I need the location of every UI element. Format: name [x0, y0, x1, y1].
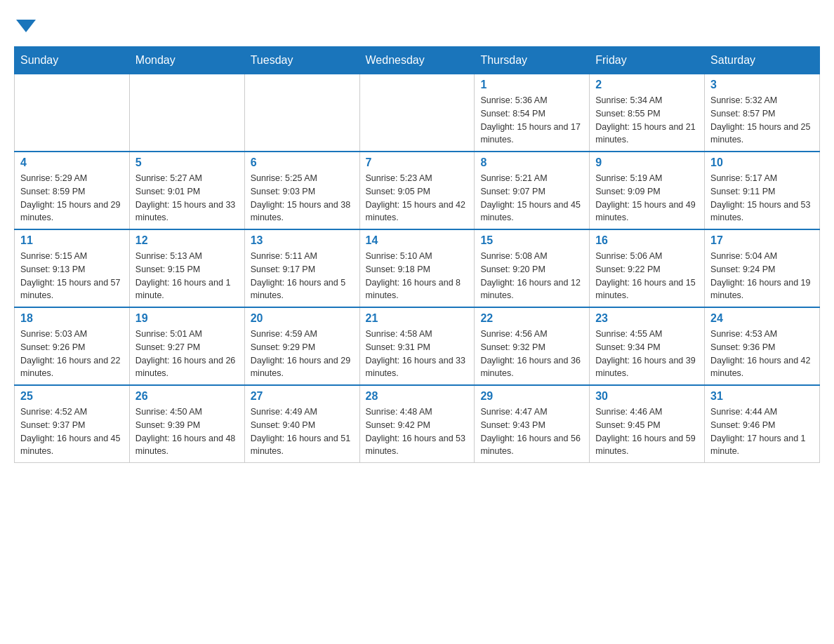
day-info: Sunrise: 5:34 AM Sunset: 8:55 PM Dayligh… [595, 94, 699, 147]
day-info: Sunrise: 5:03 AM Sunset: 9:26 PM Dayligh… [20, 328, 124, 380]
calendar-cell: 14Sunrise: 5:10 AM Sunset: 9:18 PM Dayli… [359, 229, 475, 307]
day-info: Sunrise: 5:06 AM Sunset: 9:22 PM Dayligh… [595, 250, 699, 302]
day-info: Sunrise: 4:53 AM Sunset: 9:36 PM Dayligh… [710, 328, 814, 380]
day-info: Sunrise: 5:25 AM Sunset: 9:03 PM Dayligh… [251, 172, 354, 224]
day-info: Sunrise: 4:55 AM Sunset: 9:34 PM Dayligh… [595, 328, 699, 380]
day-info: Sunrise: 5:36 AM Sunset: 8:54 PM Dayligh… [480, 94, 583, 147]
week-row: 18Sunrise: 5:03 AM Sunset: 9:26 PM Dayli… [15, 307, 820, 385]
day-info: Sunrise: 5:13 AM Sunset: 9:15 PM Dayligh… [135, 250, 239, 302]
day-info: Sunrise: 5:32 AM Sunset: 8:57 PM Dayligh… [710, 94, 814, 147]
calendar-cell: 13Sunrise: 5:11 AM Sunset: 9:17 PM Dayli… [244, 229, 359, 307]
day-info: Sunrise: 5:11 AM Sunset: 9:17 PM Dayligh… [251, 250, 354, 302]
day-info: Sunrise: 5:17 AM Sunset: 9:11 PM Dayligh… [710, 172, 814, 224]
day-info: Sunrise: 5:10 AM Sunset: 9:18 PM Dayligh… [366, 250, 469, 302]
calendar-cell: 6Sunrise: 5:25 AM Sunset: 9:03 PM Daylig… [244, 152, 359, 229]
day-number: 17 [710, 234, 814, 247]
day-number: 21 [366, 312, 469, 325]
day-of-week-header: Monday [129, 47, 244, 74]
calendar-cell [244, 74, 359, 152]
day-info: Sunrise: 4:59 AM Sunset: 9:29 PM Dayligh… [251, 328, 354, 380]
day-number: 26 [135, 390, 239, 403]
day-info: Sunrise: 4:52 AM Sunset: 9:37 PM Dayligh… [20, 405, 124, 458]
day-info: Sunrise: 5:15 AM Sunset: 9:13 PM Dayligh… [20, 250, 124, 302]
day-number: 12 [135, 234, 239, 247]
day-number: 16 [595, 234, 699, 247]
day-number: 15 [480, 234, 583, 247]
day-info: Sunrise: 4:48 AM Sunset: 9:42 PM Dayligh… [366, 405, 469, 458]
calendar-cell: 24Sunrise: 4:53 AM Sunset: 9:36 PM Dayli… [705, 307, 820, 385]
calendar-cell: 19Sunrise: 5:01 AM Sunset: 9:27 PM Dayli… [129, 307, 244, 385]
day-info: Sunrise: 4:50 AM Sunset: 9:39 PM Dayligh… [135, 405, 239, 458]
calendar-cell: 10Sunrise: 5:17 AM Sunset: 9:11 PM Dayli… [705, 152, 820, 229]
day-number: 20 [251, 312, 354, 325]
week-row: 1Sunrise: 5:36 AM Sunset: 8:54 PM Daylig… [15, 74, 820, 152]
calendar-cell: 30Sunrise: 4:46 AM Sunset: 9:45 PM Dayli… [590, 385, 705, 463]
day-number: 14 [366, 234, 469, 247]
week-row: 11Sunrise: 5:15 AM Sunset: 9:13 PM Dayli… [15, 229, 820, 307]
day-info: Sunrise: 4:47 AM Sunset: 9:43 PM Dayligh… [480, 405, 583, 458]
calendar-cell: 9Sunrise: 5:19 AM Sunset: 9:09 PM Daylig… [590, 152, 705, 229]
calendar-cell: 8Sunrise: 5:21 AM Sunset: 9:07 PM Daylig… [475, 152, 590, 229]
day-info: Sunrise: 5:27 AM Sunset: 9:01 PM Dayligh… [135, 172, 239, 224]
day-number: 1 [480, 79, 583, 91]
calendar-cell: 5Sunrise: 5:27 AM Sunset: 9:01 PM Daylig… [129, 152, 244, 229]
day-info: Sunrise: 5:29 AM Sunset: 8:59 PM Dayligh… [20, 172, 124, 224]
calendar-cell: 4Sunrise: 5:29 AM Sunset: 8:59 PM Daylig… [15, 152, 130, 229]
day-number: 18 [20, 312, 124, 325]
day-number: 31 [710, 390, 814, 403]
day-info: Sunrise: 5:08 AM Sunset: 9:20 PM Dayligh… [480, 250, 583, 302]
day-info: Sunrise: 5:01 AM Sunset: 9:27 PM Dayligh… [135, 328, 239, 380]
day-number: 24 [710, 312, 814, 325]
day-info: Sunrise: 5:23 AM Sunset: 9:05 PM Dayligh… [366, 172, 469, 224]
week-row: 25Sunrise: 4:52 AM Sunset: 9:37 PM Dayli… [15, 385, 820, 463]
calendar-cell: 1Sunrise: 5:36 AM Sunset: 8:54 PM Daylig… [475, 74, 590, 152]
calendar-cell: 21Sunrise: 4:58 AM Sunset: 9:31 PM Dayli… [359, 307, 475, 385]
day-info: Sunrise: 5:19 AM Sunset: 9:09 PM Dayligh… [595, 172, 699, 224]
day-of-week-header: Friday [590, 47, 705, 74]
calendar-cell: 15Sunrise: 5:08 AM Sunset: 9:20 PM Dayli… [475, 229, 590, 307]
calendar-cell: 31Sunrise: 4:44 AM Sunset: 9:46 PM Dayli… [705, 385, 820, 463]
calendar-cell [15, 74, 130, 152]
logo [14, 14, 36, 32]
day-number: 23 [595, 312, 699, 325]
calendar-cell: 16Sunrise: 5:06 AM Sunset: 9:22 PM Dayli… [590, 229, 705, 307]
day-info: Sunrise: 4:58 AM Sunset: 9:31 PM Dayligh… [366, 328, 469, 380]
calendar-cell: 26Sunrise: 4:50 AM Sunset: 9:39 PM Dayli… [129, 385, 244, 463]
calendar-table: SundayMondayTuesdayWednesdayThursdayFrid… [14, 46, 820, 463]
calendar-header-row: SundayMondayTuesdayWednesdayThursdayFrid… [15, 47, 820, 74]
day-info: Sunrise: 5:04 AM Sunset: 9:24 PM Dayligh… [710, 250, 814, 302]
calendar-cell: 17Sunrise: 5:04 AM Sunset: 9:24 PM Dayli… [705, 229, 820, 307]
calendar-cell: 22Sunrise: 4:56 AM Sunset: 9:32 PM Dayli… [475, 307, 590, 385]
day-number: 29 [480, 390, 583, 403]
logo-arrow-icon [16, 20, 36, 32]
day-of-week-header: Tuesday [244, 47, 359, 74]
calendar-cell: 20Sunrise: 4:59 AM Sunset: 9:29 PM Dayli… [244, 307, 359, 385]
day-number: 11 [20, 234, 124, 247]
day-number: 8 [480, 156, 583, 169]
week-row: 4Sunrise: 5:29 AM Sunset: 8:59 PM Daylig… [15, 152, 820, 229]
day-number: 9 [595, 156, 699, 169]
day-of-week-header: Wednesday [359, 47, 475, 74]
calendar-cell: 3Sunrise: 5:32 AM Sunset: 8:57 PM Daylig… [705, 74, 820, 152]
calendar-cell: 11Sunrise: 5:15 AM Sunset: 9:13 PM Dayli… [15, 229, 130, 307]
calendar-cell [359, 74, 475, 152]
day-number: 5 [135, 156, 239, 169]
day-of-week-header: Thursday [475, 47, 590, 74]
calendar-cell: 18Sunrise: 5:03 AM Sunset: 9:26 PM Dayli… [15, 307, 130, 385]
day-number: 10 [710, 156, 814, 169]
calendar-cell: 23Sunrise: 4:55 AM Sunset: 9:34 PM Dayli… [590, 307, 705, 385]
calendar-cell: 7Sunrise: 5:23 AM Sunset: 9:05 PM Daylig… [359, 152, 475, 229]
day-number: 22 [480, 312, 583, 325]
day-number: 27 [251, 390, 354, 403]
day-info: Sunrise: 4:56 AM Sunset: 9:32 PM Dayligh… [480, 328, 583, 380]
calendar-cell [129, 74, 244, 152]
day-number: 4 [20, 156, 124, 169]
header [14, 14, 820, 32]
calendar-cell: 29Sunrise: 4:47 AM Sunset: 9:43 PM Dayli… [475, 385, 590, 463]
day-number: 30 [595, 390, 699, 403]
calendar-cell: 28Sunrise: 4:48 AM Sunset: 9:42 PM Dayli… [359, 385, 475, 463]
day-of-week-header: Saturday [705, 47, 820, 74]
day-number: 28 [366, 390, 469, 403]
calendar-cell: 25Sunrise: 4:52 AM Sunset: 9:37 PM Dayli… [15, 385, 130, 463]
day-number: 19 [135, 312, 239, 325]
